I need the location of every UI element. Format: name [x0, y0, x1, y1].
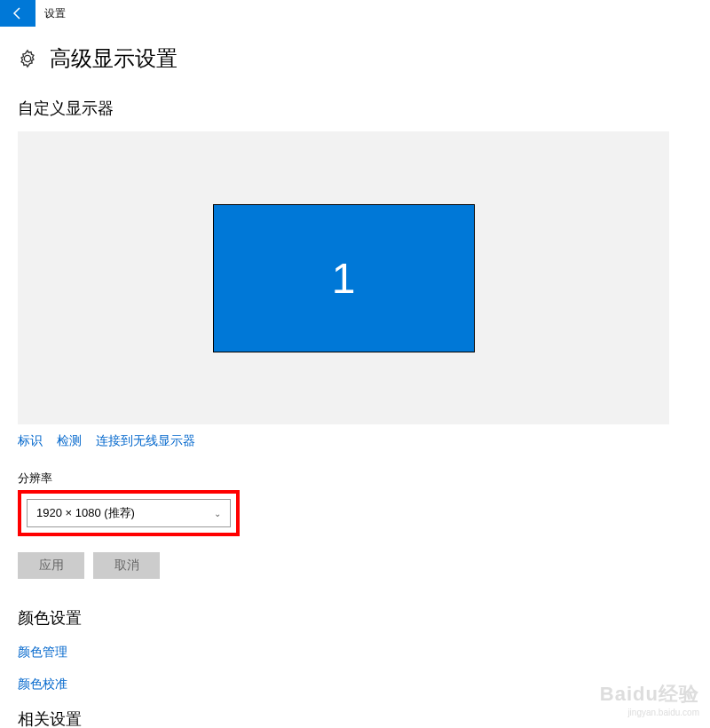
- color-calibration-link[interactable]: 颜色校准: [18, 677, 692, 692]
- app-title: 设置: [36, 6, 66, 21]
- apply-button[interactable]: 应用: [18, 552, 84, 579]
- chevron-down-icon: ⌄: [214, 509, 221, 518]
- connect-wireless-link[interactable]: 连接到无线显示器: [96, 433, 195, 449]
- monitor-tile-1[interactable]: 1: [213, 204, 475, 352]
- resolution-highlight: 1920 × 1080 (推荐) ⌄: [18, 490, 240, 536]
- customize-section-title: 自定义显示器: [18, 98, 692, 119]
- identify-link[interactable]: 标识: [18, 433, 43, 449]
- related-section-title: 相关设置: [18, 708, 692, 728]
- page-title: 高级显示设置: [50, 44, 178, 73]
- resolution-label: 分辨率: [18, 471, 692, 487]
- cancel-button[interactable]: 取消: [93, 552, 160, 579]
- color-management-link[interactable]: 颜色管理: [18, 645, 692, 661]
- monitor-number: 1: [332, 254, 356, 303]
- color-section-title: 颜色设置: [18, 607, 692, 629]
- back-button[interactable]: [0, 0, 36, 27]
- resolution-selected-value: 1920 × 1080 (推荐): [36, 505, 135, 521]
- gear-icon: [18, 49, 37, 68]
- detect-link[interactable]: 检测: [57, 433, 82, 449]
- display-arrangement-area[interactable]: 1: [18, 131, 669, 424]
- arrow-left-icon: [11, 6, 25, 20]
- resolution-dropdown[interactable]: 1920 × 1080 (推荐) ⌄: [27, 499, 231, 527]
